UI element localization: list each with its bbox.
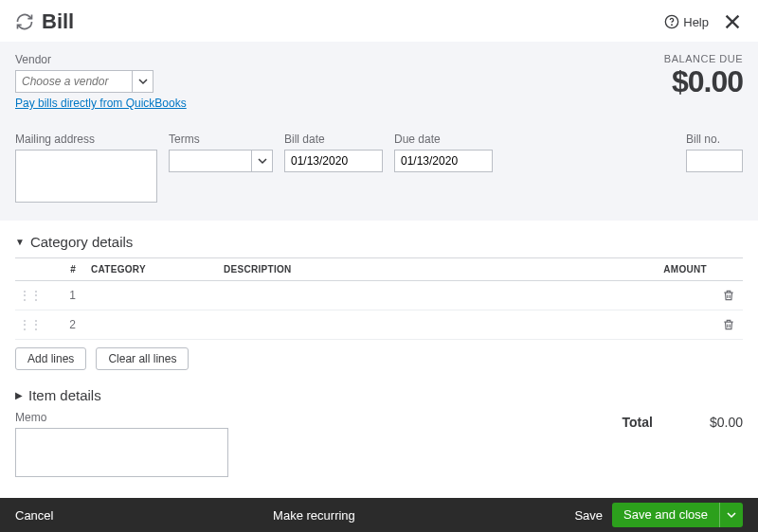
make-recurring-button[interactable]: Make recurring — [53, 508, 574, 523]
balance-due-label: BALANCE DUE — [664, 53, 743, 64]
item-details-header[interactable]: ▶ Item details — [15, 387, 743, 403]
delete-row-button[interactable] — [722, 289, 735, 302]
bill-date-field: Bill date — [284, 133, 383, 205]
row-num: 2 — [49, 310, 83, 340]
table-row[interactable]: ⋮⋮2 — [15, 310, 743, 340]
svg-point-1 — [672, 25, 673, 26]
cancel-button[interactable]: Cancel — [15, 508, 53, 523]
caret-right-icon: ▶ — [15, 390, 23, 400]
help-label: Help — [683, 15, 709, 29]
bill-date-input[interactable] — [284, 150, 383, 172]
trash-icon — [722, 318, 735, 331]
vendor-label: Vendor — [15, 53, 187, 66]
mailing-address-field: Mailing address — [15, 133, 157, 205]
balance-due-block: BALANCE DUE $0.00 — [664, 53, 743, 99]
add-lines-button[interactable]: Add lines — [15, 347, 86, 370]
drag-handle-icon[interactable]: ⋮⋮ — [15, 281, 49, 310]
page-title: Bill — [42, 9, 664, 34]
bill-date-label: Bill date — [284, 133, 383, 146]
row-amount[interactable] — [629, 310, 714, 340]
total-label: Total — [623, 415, 653, 430]
col-num: # — [49, 258, 83, 281]
vendor-input[interactable] — [15, 70, 133, 93]
save-and-close-button[interactable]: Save and close — [612, 503, 743, 527]
row-description[interactable] — [216, 281, 629, 310]
help-icon — [664, 14, 679, 29]
row-amount[interactable] — [629, 281, 714, 310]
help-link[interactable]: Help — [664, 14, 709, 29]
bill-no-field: Bill no. — [686, 133, 743, 205]
category-details-title: Category details — [30, 234, 133, 250]
memo-block: Memo — [15, 411, 228, 480]
due-date-field: Due date — [394, 133, 493, 205]
col-category: CATEGORY — [83, 258, 216, 281]
recurring-icon — [15, 12, 34, 31]
bill-summary-section: Vendor Pay bills directly from QuickBook… — [0, 42, 758, 221]
chevron-down-icon — [138, 77, 148, 86]
col-description: DESCRIPTION — [216, 258, 629, 281]
category-table: # CATEGORY DESCRIPTION AMOUNT ⋮⋮1⋮⋮2 — [15, 257, 743, 340]
memo-label: Memo — [15, 411, 228, 424]
trash-icon — [722, 289, 735, 302]
memo-input[interactable] — [15, 428, 228, 477]
bill-no-input[interactable] — [686, 150, 743, 172]
save-and-close-label: Save and close — [612, 503, 720, 527]
row-description[interactable] — [216, 310, 629, 340]
terms-dropdown-button[interactable] — [252, 150, 273, 172]
total-value: $0.00 — [710, 415, 743, 430]
mailing-input[interactable] — [15, 150, 157, 203]
col-amount: AMOUNT — [629, 258, 714, 281]
category-details-header[interactable]: ▼ Category details — [15, 234, 743, 250]
row-category[interactable] — [83, 310, 216, 340]
due-date-label: Due date — [394, 133, 493, 146]
table-row[interactable]: ⋮⋮1 — [15, 281, 743, 310]
caret-down-icon: ▼ — [15, 237, 25, 247]
row-category[interactable] — [83, 281, 216, 310]
drag-handle-icon[interactable]: ⋮⋮ — [15, 310, 49, 340]
due-date-input[interactable] — [394, 150, 493, 172]
mailing-label: Mailing address — [15, 133, 157, 146]
terms-input[interactable] — [169, 150, 252, 172]
close-button[interactable] — [722, 11, 743, 32]
item-details-title: Item details — [28, 387, 101, 403]
main-content: ▼ Category details # CATEGORY DESCRIPTIO… — [0, 221, 758, 510]
delete-row-button[interactable] — [722, 318, 735, 331]
row-num: 1 — [49, 281, 83, 310]
chevron-down-icon — [727, 510, 736, 520]
save-and-close-dropdown[interactable] — [720, 510, 743, 520]
vendor-block: Vendor Pay bills directly from QuickBook… — [15, 53, 187, 110]
save-button[interactable]: Save — [574, 508, 603, 523]
total-block: Total $0.00 — [623, 411, 743, 430]
terms-label: Terms — [169, 133, 273, 146]
balance-due-amount: $0.00 — [664, 64, 743, 99]
terms-field: Terms — [169, 133, 273, 205]
clear-lines-button[interactable]: Clear all lines — [96, 347, 189, 370]
chevron-down-icon — [258, 156, 267, 166]
bill-no-label: Bill no. — [686, 133, 743, 146]
header: Bill Help — [0, 0, 758, 42]
footer-bar: Cancel Make recurring Save Save and clos… — [0, 498, 758, 532]
pay-bills-link[interactable]: Pay bills directly from QuickBooks — [15, 97, 187, 110]
vendor-dropdown-button[interactable] — [133, 70, 153, 93]
